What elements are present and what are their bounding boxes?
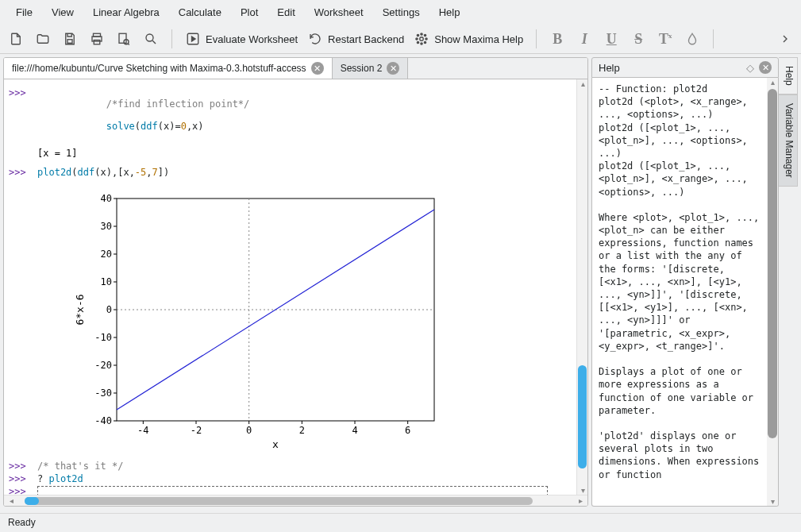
code-line: plot2d(ddf(x),[x,-5,7]) bbox=[37, 167, 169, 178]
help-body[interactable]: -- Function: plot2d plot2d (<plot>, <x_r… bbox=[592, 78, 767, 506]
new-file-icon[interactable] bbox=[8, 31, 24, 47]
superscript-icon[interactable]: Tx bbox=[657, 31, 673, 48]
prompt: >>> bbox=[9, 167, 29, 178]
scrollbar-track[interactable] bbox=[25, 497, 533, 505]
svg-text:40: 40 bbox=[101, 193, 112, 204]
tab-file[interactable]: file:///home/kubuntu/Curve Sketching wit… bbox=[4, 58, 333, 79]
code-line: ? plot2d bbox=[37, 473, 83, 484]
underline-icon[interactable]: U bbox=[603, 31, 619, 48]
help-panel: Help ◇ ✕ -- Function: plot2d plot2d (<pl… bbox=[591, 57, 779, 507]
svg-text:-30: -30 bbox=[94, 387, 112, 399]
scrollbar-thumb[interactable] bbox=[578, 365, 587, 468]
svg-point-12 bbox=[426, 38, 427, 40]
horizontal-scrollbar[interactable]: ◂ ▸ bbox=[4, 495, 587, 506]
prompt: >>> bbox=[9, 461, 29, 472]
scrollbar-thumb[interactable] bbox=[768, 89, 777, 438]
svg-text:-20: -20 bbox=[94, 360, 112, 371]
svg-text:-10: -10 bbox=[94, 332, 112, 343]
ylabel: 6*x-6 bbox=[74, 294, 86, 325]
scrollbar-thumb[interactable] bbox=[25, 497, 39, 505]
close-icon[interactable]: ✕ bbox=[387, 62, 399, 75]
active-cell-row[interactable]: >>> bbox=[9, 486, 572, 495]
menu-help[interactable]: Help bbox=[429, 3, 470, 21]
cell-input[interactable]: >>> ? plot2d bbox=[9, 473, 572, 484]
svg-text:0: 0 bbox=[106, 304, 112, 315]
strikethrough-icon[interactable]: S bbox=[630, 31, 646, 48]
active-input-cell[interactable] bbox=[37, 486, 548, 495]
evaluate-worksheet-button[interactable]: Evaluate Worksheet bbox=[185, 31, 298, 47]
svg-point-13 bbox=[418, 34, 419, 36]
svg-point-6 bbox=[146, 34, 153, 41]
bold-icon[interactable]: B bbox=[549, 31, 565, 48]
side-tab-help[interactable]: Help bbox=[779, 57, 798, 94]
svg-rect-3 bbox=[94, 40, 100, 44]
cell-input[interactable]: >>> /* that's it */ bbox=[9, 461, 572, 472]
svg-point-16 bbox=[425, 41, 426, 43]
cell-output: [x = 1] bbox=[37, 148, 572, 159]
print-preview-icon[interactable] bbox=[116, 31, 132, 47]
menu-view[interactable]: View bbox=[42, 3, 83, 21]
menu-file[interactable]: File bbox=[6, 3, 42, 21]
print-icon[interactable] bbox=[89, 31, 105, 47]
svg-rect-0 bbox=[67, 40, 72, 44]
prompt: >>> bbox=[9, 486, 29, 495]
menu-linear-algebra[interactable]: Linear Algebra bbox=[83, 3, 169, 21]
svg-point-14 bbox=[425, 34, 426, 36]
svg-text:-4: -4 bbox=[137, 425, 148, 436]
menu-settings[interactable]: Settings bbox=[373, 3, 429, 21]
open-folder-icon[interactable] bbox=[35, 31, 51, 47]
cell-input[interactable]: >>> plot2d(ddf(x),[x,-5,7]) bbox=[9, 167, 572, 178]
svg-rect-4 bbox=[119, 33, 126, 43]
detach-icon[interactable]: ◇ bbox=[746, 62, 754, 74]
prompt: >>> bbox=[9, 473, 29, 484]
svg-point-11 bbox=[416, 38, 418, 40]
evaluate-label: Evaluate Worksheet bbox=[206, 33, 298, 45]
italic-icon[interactable]: I bbox=[576, 31, 592, 48]
worksheet-content[interactable]: >>> /*find inflection point*/ solve(ddf(… bbox=[4, 79, 576, 495]
menu-edit[interactable]: Edit bbox=[268, 3, 304, 21]
menubar: File View Linear Algebra Calculate Plot … bbox=[0, 0, 801, 25]
svg-text:0: 0 bbox=[246, 425, 252, 436]
chevron-right-icon[interactable] bbox=[777, 31, 793, 47]
tab-strip: file:///home/kubuntu/Curve Sketching wit… bbox=[4, 58, 587, 79]
maxima-help-icon bbox=[414, 31, 429, 47]
cell-input[interactable]: >>> /*find inflection point*/ solve(ddf(… bbox=[9, 87, 572, 143]
show-maxima-help-button[interactable]: Show Maxima Help bbox=[414, 31, 523, 47]
tab-session-2[interactable]: Session 2 ✕ bbox=[333, 58, 409, 79]
svg-text:2: 2 bbox=[299, 425, 305, 436]
svg-point-8 bbox=[420, 37, 424, 41]
help-scrollbar[interactable]: ▴ ▾ bbox=[767, 78, 778, 506]
statusbar: Ready bbox=[0, 513, 801, 532]
tab-label: Session 2 bbox=[341, 63, 383, 74]
plot-svg: -40 -30 -20 -10 0 10 20 30 40 -4 bbox=[37, 183, 458, 453]
side-tab-variable-manager[interactable]: Variable Manager bbox=[779, 94, 798, 187]
toolbar: Evaluate Worksheet Restart Backend Show … bbox=[0, 25, 801, 54]
close-icon[interactable]: ✕ bbox=[759, 61, 772, 74]
restart-icon bbox=[307, 31, 323, 47]
find-icon[interactable] bbox=[143, 31, 159, 47]
svg-text:-40: -40 bbox=[94, 415, 112, 426]
svg-text:20: 20 bbox=[101, 249, 112, 260]
side-tabs: Help Variable Manager bbox=[779, 57, 798, 507]
comment: /* that's it */ bbox=[37, 461, 123, 472]
menu-worksheet[interactable]: Worksheet bbox=[305, 3, 373, 21]
menu-calculate[interactable]: Calculate bbox=[169, 3, 231, 21]
vertical-scrollbar[interactable]: ▴ ▾ bbox=[576, 79, 587, 495]
svg-text:30: 30 bbox=[101, 221, 112, 232]
code-line: solve(ddf(x)=0,x) bbox=[106, 121, 204, 132]
maxima-help-label: Show Maxima Help bbox=[434, 33, 523, 45]
restart-backend-button[interactable]: Restart Backend bbox=[307, 31, 404, 47]
text-color-icon[interactable] bbox=[684, 31, 700, 47]
menu-plot[interactable]: Plot bbox=[231, 3, 268, 21]
tab-label: file:///home/kubuntu/Curve Sketching wit… bbox=[12, 63, 306, 74]
svg-text:4: 4 bbox=[352, 425, 357, 436]
comment: /*find inflection point*/ bbox=[106, 98, 250, 110]
xlabel: x bbox=[272, 438, 279, 450]
svg-point-10 bbox=[421, 43, 422, 44]
svg-text:-2: -2 bbox=[191, 425, 202, 436]
svg-point-15 bbox=[418, 41, 419, 43]
close-icon[interactable]: ✕ bbox=[311, 62, 324, 75]
status-text: Ready bbox=[8, 517, 36, 528]
save-icon[interactable] bbox=[62, 31, 78, 47]
prompt: >>> bbox=[9, 87, 29, 143]
